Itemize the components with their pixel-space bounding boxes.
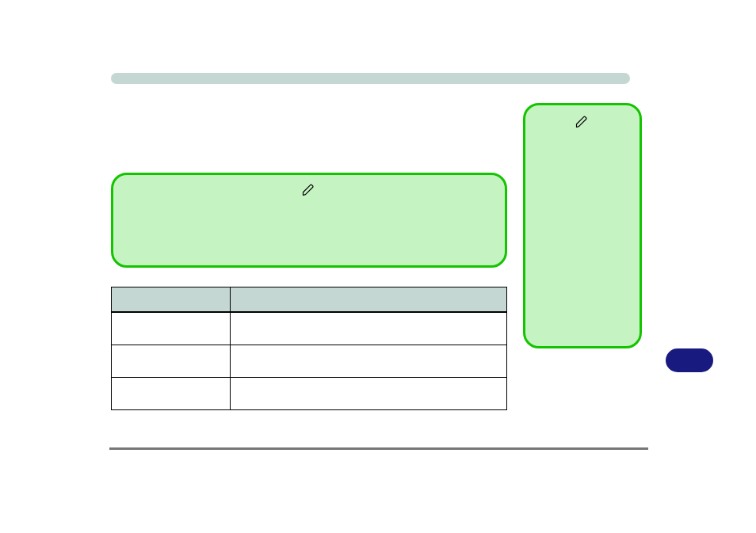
table-cell: [231, 345, 507, 378]
note-box-tall: [523, 103, 642, 348]
heading-bar: [111, 73, 630, 84]
pen-icon: [575, 113, 590, 129]
table-cell: [112, 378, 231, 410]
note-box-wide: [111, 173, 507, 268]
footer-rule: [109, 447, 648, 450]
table-row: [112, 345, 507, 378]
table-cell: [112, 312, 231, 345]
table-row: [112, 312, 507, 345]
data-table: [111, 287, 507, 410]
table-cell: [231, 312, 507, 345]
table-header-row: [112, 287, 507, 313]
pen-icon: [301, 181, 317, 197]
table-header-cell: [231, 287, 507, 313]
table-cell: [112, 345, 231, 378]
table-header-cell: [112, 287, 231, 313]
table-row: [112, 378, 507, 410]
table-cell: [231, 378, 507, 410]
pill-badge: [666, 348, 713, 372]
